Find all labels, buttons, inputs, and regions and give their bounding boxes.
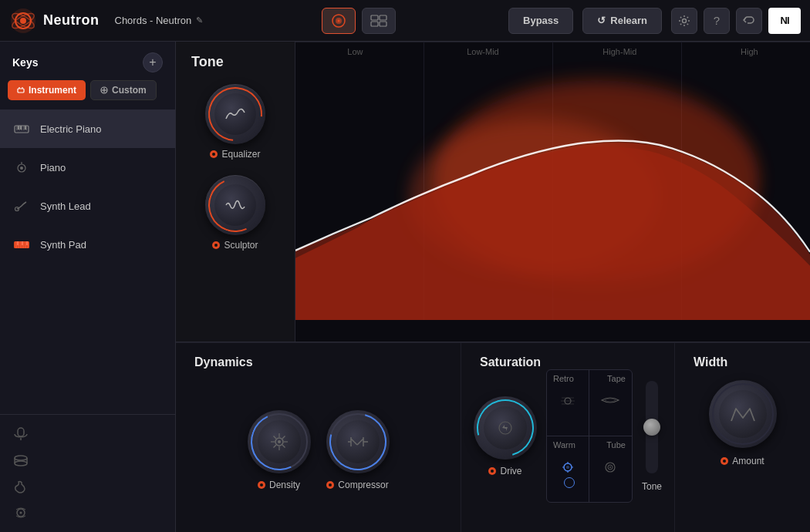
width-icon <box>730 404 756 424</box>
sat-cell-tape[interactable]: Tape <box>589 370 632 436</box>
svg-line-66 <box>357 442 360 445</box>
density-knob-group: Density <box>248 410 311 490</box>
warm-label: Warm <box>553 440 575 450</box>
svg-point-76 <box>566 466 569 469</box>
edit-preset-icon[interactable]: ✎ <box>196 15 203 25</box>
add-preset-button[interactable]: + <box>143 52 163 72</box>
settings-button[interactable] <box>671 8 697 34</box>
sculptor-knob-section: Sculptor <box>205 175 265 251</box>
density-icon <box>268 431 290 453</box>
tone-slider[interactable] <box>646 381 658 473</box>
svg-line-61 <box>273 445 276 448</box>
svg-point-7 <box>338 19 340 22</box>
preset-label: Chords - Neutron <box>115 15 192 26</box>
width-knob[interactable] <box>709 380 777 448</box>
filter-instrument-tab[interactable]: Instrument <box>8 80 86 100</box>
svg-point-70 <box>499 422 511 434</box>
relearn-button[interactable]: ↺ Relearn <box>582 8 662 34</box>
nav-synth-icon[interactable] <box>0 500 175 526</box>
piano-icon <box>11 157 32 178</box>
svg-point-29 <box>20 167 23 170</box>
top-bar: Neutron Chords - Neutron ✎ Bypass ↺ Rele… <box>0 0 810 42</box>
grid-icon <box>370 15 387 27</box>
main-layout: Keys + Instrument Custom <box>0 42 810 532</box>
track-type-audio-btn[interactable] <box>322 8 356 34</box>
svg-point-49 <box>20 512 22 514</box>
filter-custom-tab[interactable]: Custom <box>90 80 157 100</box>
svg-line-67 <box>360 439 363 442</box>
track-type-grid-btn[interactable] <box>362 8 396 34</box>
svg-point-47 <box>15 461 27 466</box>
instrument-item-synth-pad[interactable]: Synth Pad <box>0 225 175 264</box>
equalizer-knob[interactable] <box>205 84 265 144</box>
svg-rect-8 <box>371 15 378 20</box>
sat-cell-tube[interactable]: Tube <box>589 436 632 503</box>
svg-rect-27 <box>25 126 26 130</box>
svg-point-44 <box>15 456 27 460</box>
tone-slider-thumb[interactable] <box>643 419 660 436</box>
instrument-item-electric-piano[interactable]: Electric Piano <box>0 109 175 148</box>
dynamics-knobs: Density <box>248 380 390 520</box>
compressor-knob[interactable] <box>326 410 390 473</box>
top-right-controls: ? NI <box>671 8 801 34</box>
drive-knob[interactable] <box>474 396 537 460</box>
svg-line-65 <box>354 442 357 445</box>
sculptor-label: Sculptor <box>212 240 258 251</box>
svg-rect-9 <box>380 15 386 20</box>
width-knob-inner <box>719 390 767 438</box>
drive-icon <box>494 417 516 439</box>
bypass-button[interactable]: Bypass <box>508 8 573 34</box>
sat-cell-retro[interactable]: Retro <box>547 370 589 436</box>
instrument-icon <box>17 86 25 94</box>
neutron-logo-icon <box>9 7 37 35</box>
width-panel: Width Amount <box>675 343 810 532</box>
retro-label: Retro <box>553 374 574 383</box>
equalizer-curve-icon <box>224 105 246 123</box>
svg-point-83 <box>609 466 611 468</box>
synth-pad-svg <box>13 238 30 251</box>
retro-icon <box>559 394 576 412</box>
electric-piano-svg <box>14 123 29 135</box>
sculptor-knob[interactable] <box>205 175 265 235</box>
compressor-icon <box>346 433 370 451</box>
content-area: Tone Equalizer <box>176 42 810 532</box>
instrument-item-synth-lead[interactable]: Synth Lead <box>0 187 175 225</box>
undo-button[interactable] <box>736 8 762 34</box>
help-button[interactable]: ? <box>704 8 730 34</box>
svg-rect-40 <box>22 241 23 245</box>
freq-div-4 <box>682 42 810 320</box>
density-knob[interactable] <box>248 410 311 473</box>
preset-name-area: Chords - Neutron ✎ <box>115 15 204 26</box>
undo-icon <box>743 15 755 26</box>
svg-line-60 <box>282 436 285 439</box>
sat-cell-warm[interactable]: Warm <box>547 436 589 503</box>
compressor-knob-inner <box>336 420 380 463</box>
instrument-item-piano[interactable]: Piano <box>0 148 175 187</box>
drive-knob-inner <box>484 406 527 450</box>
tube-label: Tube <box>606 440 626 450</box>
saturation-content: Drive Retro <box>474 369 662 503</box>
audio-waveform-icon <box>331 13 346 29</box>
compressor-dot <box>326 481 334 489</box>
density-knob-inner <box>258 420 301 463</box>
svg-rect-13 <box>18 89 24 93</box>
freq-div-3 <box>553 42 682 320</box>
sculptor-knob-inner <box>214 184 256 226</box>
tone-controls: Tone Equalizer <box>176 42 295 342</box>
nav-guitar-icon[interactable] <box>0 473 175 500</box>
nav-voice-icon[interactable] <box>0 421 175 447</box>
amount-dot <box>721 457 728 465</box>
density-label: Density <box>258 480 300 490</box>
bottom-panels: Dynamics <box>176 342 810 532</box>
nav-drum-icon[interactable] <box>0 447 175 473</box>
synth-icon <box>12 506 29 520</box>
tone-slider-group: Tone <box>642 369 662 503</box>
svg-point-12 <box>683 19 687 22</box>
piano-svg <box>14 161 29 173</box>
add-small-icon <box>100 86 108 94</box>
top-center-controls <box>218 8 499 34</box>
tape-icon <box>600 394 620 412</box>
sculptor-curve-icon <box>224 196 246 214</box>
instrument-label-synth-lead: Synth Lead <box>40 200 91 212</box>
drive-group: Drive <box>474 369 537 503</box>
